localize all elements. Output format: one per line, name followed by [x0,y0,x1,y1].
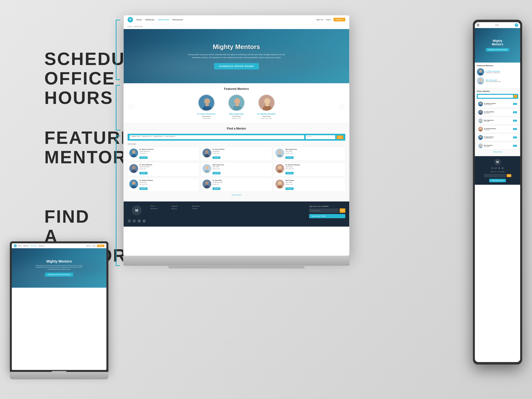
mob-find-title: Find a Mentor [477,90,518,92]
footer-link-resources[interactable]: Resources [151,208,170,209]
mob-newsletter-input[interactable] [484,174,506,177]
mob-social-t[interactable] [495,167,497,169]
mob-list-spec-3: MVD, MPA [484,121,512,122]
svg-point-1 [204,98,210,104]
view-btn-6[interactable]: VIEW BIO [285,172,294,174]
social-facebook[interactable]: f [128,219,131,223]
grid-card-4: Dr. Steve Mkimoth Small Animal Vet Seatt… [128,162,199,176]
mob-list-item-5: Dr. Bob Altresch Small Animal Vet VIEW [477,134,518,141]
mob-chat-btn[interactable]: Need Help? Chat! [489,179,506,182]
mobile-mockup: 9:41 M MightyMentors SCHEDULE OFFICE HOU… [473,20,522,365]
laptop-login[interactable]: Log In [92,245,96,247]
carousel-left-arrow[interactable]: ‹ [129,104,134,109]
mentor-name-1: Dr. Steve Steinworth [193,113,220,115]
mob-show-more[interactable]: Show more [477,150,518,154]
mentor-name-2: Mary Kipperman [223,113,250,115]
laptop-body [10,372,108,379]
view-btn-7[interactable]: VIEW BIO [139,187,148,190]
mob-list-photo-1 [478,101,483,106]
nav-login[interactable]: Log In [326,18,331,21]
mob-list-spec-2: Veterinarian [484,113,512,114]
mentor-location-1: Seattle, WA [193,118,220,119]
hero-cta-button[interactable]: SCHEDULE OFFICE HOURS [214,63,259,69]
grid-photo-2 [202,149,211,157]
laptop-nav: M About Webinars Mentorship Resources Si… [12,243,106,248]
mob-view-btn-5[interactable]: VIEW [513,136,517,138]
footer-link-webinars[interactable]: Webinars [171,205,191,207]
mob-search-btn[interactable] [514,95,517,98]
view-btn-3[interactable]: VIEW BIO [285,156,294,159]
social-linkedin[interactable]: in [137,219,141,223]
laptop-nav-resources[interactable]: Resources [39,245,45,247]
grid-photo-6 [275,164,284,173]
desktop-stand-base [168,266,304,268]
nav-signup[interactable]: Sign Up [316,18,323,21]
laptop-nav-right: Sign Up Log In ENROLL [86,245,104,247]
mentors-carousel: ‹ Dr. Steve Steinworth Veterinarian Seat… [128,94,345,119]
svg-point-19 [278,150,282,154]
mob-newsletter-btn[interactable]: GO [507,174,511,177]
mob-mentor-row-2: Mary Kipperman Veterinarian • Bellevue, … [477,77,518,84]
grid-photo-7 [129,180,138,188]
grid-photo-9 [275,180,284,188]
find-section-title: Find a Mentor [128,127,345,130]
mentor-name-3: Dr. Barbara Morgesir [253,113,280,115]
footer-nl-submit[interactable]: GO [340,208,345,213]
mob-social-in[interactable] [498,167,500,169]
mob-social-row [491,167,504,169]
mob-hero-cta[interactable]: SCHEDULE OFFICE HOURS [486,48,509,51]
nav-about[interactable]: About [136,18,142,21]
footer-link-about[interactable]: About [151,205,170,207]
mob-view-btn-6[interactable]: VIEW [513,145,517,147]
mob-social-f[interactable] [491,167,494,169]
mob-logo: M [515,23,518,27]
show-more-btn[interactable]: Show more [128,192,345,198]
view-btn-4[interactable]: VIEW BIO [139,172,148,174]
featured-section-title: Featured Mentors [128,87,345,91]
mob-view-btn-2[interactable]: VIEW [513,111,517,113]
svg-rect-11 [266,104,269,106]
mob-view-btn-1[interactable]: VIEW [513,103,517,105]
footer-chat-btn[interactable]: Need Help? Chat! [309,214,345,218]
footer-link-signup[interactable]: Sign Up [171,208,191,209]
laptop-signup[interactable]: Sign Up [86,245,91,247]
laptop-hero-cta[interactable]: SCHEDULE OFFICE HOURS [45,273,73,277]
desktop-search-input[interactable]: Search [306,135,335,139]
mob-view-btn-3[interactable]: VIEW [513,120,517,122]
grid-info-1: Dr. Rebecca Harried Small Animal Vet Sea… [139,149,198,159]
laptop-nav-webinars[interactable]: Webinars [23,245,29,247]
view-btn-8[interactable]: VIEW BIO [213,187,221,190]
desktop-search-bar: LOWEST FEE SPECIALTY ▼ EXPERTISE ▼ IN MY… [128,134,345,141]
view-btn-5[interactable]: VIEW BIO [213,172,221,174]
footer-link-contact[interactable]: Contact [192,208,212,209]
laptop-nav-about[interactable]: About [18,245,21,247]
svg-point-25 [205,166,209,169]
svg-point-9 [264,98,270,104]
desktop-nav-right: Sign Up Log In ENROLL [316,18,345,21]
social-twitter[interactable]: t [133,219,136,223]
nav-mentorship[interactable]: Mentorship [158,18,169,21]
mob-hamburger-icon[interactable] [477,24,479,26]
mob-list-photo-5 [478,135,483,140]
laptop-nav-mentorship[interactable]: Mentorship [31,245,37,247]
view-btn-9[interactable]: VIEW BIO [285,187,294,190]
carousel-right-arrow[interactable]: › [339,104,344,109]
laptop-logo: M [14,244,17,247]
social-youtube[interactable]: y [142,219,146,223]
footer-nl-input[interactable]: Email address [309,208,339,213]
mob-search-input[interactable] [478,95,513,98]
grid-card-5: Mary Kipperman MVD, MPA Bellevue, WA VIE… [201,162,272,176]
mob-social-y[interactable] [501,167,504,169]
svg-point-5 [234,98,240,104]
nav-webinars[interactable]: Webinars [145,18,155,21]
nav-resources[interactable]: Resources [172,18,183,21]
view-btn-1[interactable]: VIEW BIO [139,156,148,159]
view-btn-2[interactable]: VIEW BIO [213,156,221,159]
footer-link-mentorship[interactable]: Mentorship [192,205,212,207]
mob-view-btn-4[interactable]: VIEW [513,128,517,130]
laptop-enroll[interactable]: ENROLL [97,245,104,247]
desktop-search-button[interactable]: GO [337,135,343,139]
mentor-card-2: Mary Kipperman Veterinarian Bellevue, WA [223,94,250,119]
footer-nl-title: Sign up for our newsletter [309,205,345,207]
nav-enroll[interactable]: ENROLL [333,18,345,21]
